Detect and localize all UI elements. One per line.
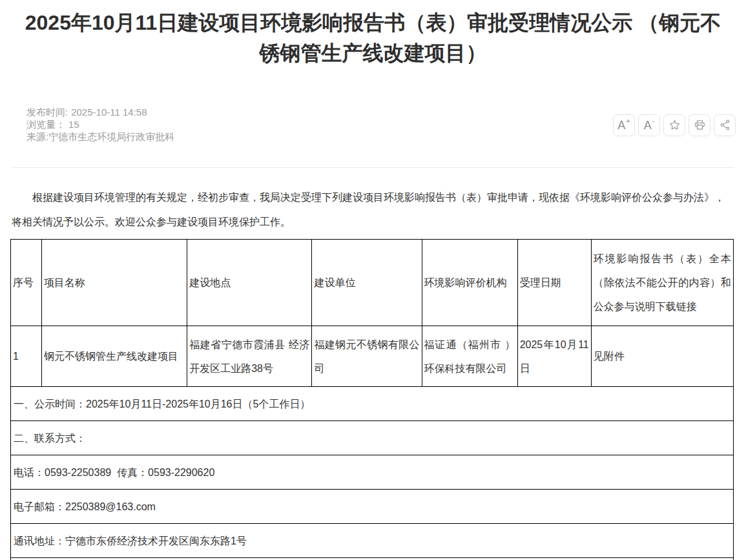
table-row: 1 钢元不锈钢管生产线改建项目 福建省宁德市霞浦县 经济开发区工业路38号 福建… — [11, 326, 734, 387]
publish-time-value: 2025-10-11 14:58 — [71, 107, 147, 118]
postal-code-text: 邮 编：352100 — [11, 558, 734, 560]
cell-project-name: 钢元不锈钢管生产线改建项目 — [42, 326, 187, 387]
font-decrease-minus: - — [652, 118, 655, 125]
publish-time: 发布时间:2025-10-11 14:58 — [26, 107, 147, 118]
info-row-mailing-address: 通讯地址：宁德市东侨经济技术开发区闽东东路1号 — [11, 524, 734, 558]
cell-accept-date: 2025年10月11日 — [517, 326, 591, 387]
info-row-publicity-period: 一、公示时间：2025年10月11日-2025年10月16日（5个工作日） — [11, 387, 734, 421]
printer-icon — [694, 119, 706, 131]
info-row-phone-fax: 电话：0593-2250389 传真：0593-2290620 — [11, 455, 734, 490]
announcement-page: 2025年10月11日建设项目环境影响报告书（表）审批受理情况公示 （钢元不锈钢… — [0, 0, 746, 560]
share-icon — [719, 119, 731, 131]
source-label: 来源: — [26, 131, 48, 142]
font-decrease-label: A — [644, 119, 652, 131]
font-increase-plus: + — [626, 118, 630, 125]
print-button[interactable] — [689, 114, 710, 136]
col-header-seq: 序号 — [11, 240, 42, 326]
mailing-address-text: 通讯地址：宁德市东侨经济技术开发区闽东东路1号 — [11, 524, 734, 558]
cell-attachment: 见附件 — [591, 326, 733, 387]
contact-heading-text: 二、联系方式： — [11, 421, 734, 455]
toolbar: A+ A- — [613, 114, 736, 136]
view-count-value: 15 — [68, 119, 79, 130]
col-header-location: 建设地点 — [187, 240, 312, 326]
view-count: 浏览量：15 — [26, 119, 79, 130]
source-value: 宁德市生态环境局行政审批科 — [48, 131, 174, 142]
font-increase-label: A — [617, 119, 625, 131]
favorite-button[interactable] — [663, 114, 685, 136]
email-text: 电子邮箱：2250389@163.com — [11, 490, 734, 524]
cell-location: 福建省宁德市霞浦县 经济开发区工业路38号 — [187, 326, 312, 387]
intro-paragraph: 根据建设项目环境管理的有关规定，经初步审查，我局决定受理下列建设项目环境影响报告… — [12, 185, 734, 234]
share-button[interactable] — [714, 114, 736, 136]
approval-table: 序号 项目名称 建设地点 建设单位 环境影响评价机构 受理日期 环境影响报告书（… — [10, 239, 734, 560]
page-title: 2025年10月11日建设项目环境影响报告书（表）审批受理情况公示 （钢元不锈钢… — [22, 0, 724, 68]
info-row-postal-code: 邮 编：352100 — [11, 558, 734, 560]
cell-seq: 1 — [11, 326, 42, 387]
divider — [12, 167, 734, 168]
col-header-builder: 建设单位 — [312, 240, 422, 326]
info-row-contact-heading: 二、联系方式： — [11, 421, 734, 455]
col-header-accept-date: 受理日期 — [517, 240, 591, 326]
publicity-period-text: 一、公示时间：2025年10月11日-2025年10月16日（5个工作日） — [11, 387, 734, 421]
font-increase-button[interactable]: A+ — [613, 114, 635, 136]
font-decrease-button[interactable]: A- — [638, 114, 660, 136]
phone-fax-text: 电话：0593-2250389 传真：0593-2290620 — [11, 455, 734, 490]
table-header-row: 序号 项目名称 建设地点 建设单位 环境影响评价机构 受理日期 环境影响报告书（… — [11, 240, 734, 326]
meta-row: 发布时间:2025-10-11 14:58 浏览量：15 来源:宁德市生态环境局… — [10, 96, 736, 154]
meta-info: 发布时间:2025-10-11 14:58 浏览量：15 来源:宁德市生态环境局… — [10, 96, 192, 154]
star-icon — [668, 119, 681, 131]
col-header-download-link: 环境影响报告书（表）全本（除依法不能公开的内容）和公众参与说明下载链接 — [591, 240, 733, 326]
info-row-email: 电子邮箱：2250389@163.com — [11, 490, 734, 524]
publish-time-label: 发布时间: — [26, 107, 68, 118]
cell-builder: 福建钢元不锈钢有限公司 — [312, 326, 422, 387]
cell-eia-agency: 福证通（福州市 ）环保科技有限公司 — [422, 326, 517, 387]
col-header-eia-agency: 环境影响评价机构 — [422, 240, 517, 326]
col-header-project-name: 项目名称 — [42, 240, 187, 326]
view-count-label: 浏览量： — [26, 119, 65, 130]
source: 来源:宁德市生态环境局行政审批科 — [26, 131, 174, 142]
